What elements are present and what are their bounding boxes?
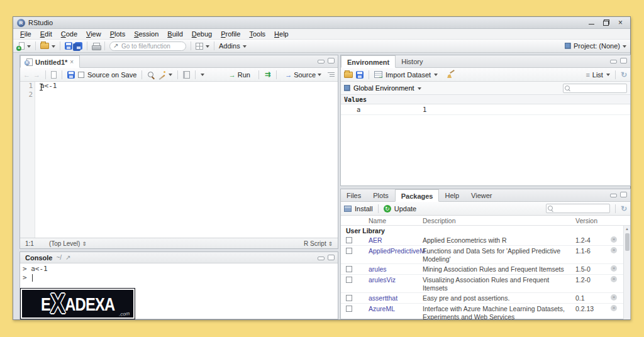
package-name-link[interactable]: assertthat [369, 294, 423, 302]
save-workspace-icon[interactable] [356, 71, 364, 79]
environment-value-row[interactable]: a 1 [341, 104, 630, 115]
packages-search-input[interactable] [546, 204, 610, 213]
update-button[interactable]: Update [394, 205, 416, 213]
packages-panel-tab[interactable]: Help [439, 189, 465, 201]
popout-window-icon[interactable] [51, 71, 57, 79]
remove-package-icon[interactable]: × [611, 247, 617, 253]
menu-item[interactable]: Help [270, 30, 293, 38]
new-file-dropdown-icon[interactable] [27, 45, 31, 50]
menu-item[interactable]: Edit [36, 30, 57, 38]
source-on-save-checkbox[interactable] [78, 72, 84, 78]
menu-item[interactable]: View [82, 30, 106, 38]
package-name-link[interactable]: arulesViz [369, 276, 423, 284]
code-tools-icon[interactable] [158, 71, 165, 79]
package-checkbox[interactable] [346, 277, 352, 283]
run-button[interactable]: → Run [226, 70, 253, 79]
import-dataset-icon[interactable] [374, 71, 382, 78]
list-view-selector[interactable]: List [592, 71, 603, 79]
console-output[interactable]: > a<-1> [20, 263, 338, 284]
console-maximize-icon[interactable] [328, 255, 335, 260]
import-dataset-dropdown-icon[interactable] [434, 74, 438, 78]
goto-directory-icon[interactable]: ↗ [65, 254, 70, 261]
compile-report-icon[interactable] [183, 71, 190, 79]
refresh-packages-icon[interactable]: ↻ [621, 204, 627, 213]
packages-panel-tab[interactable]: Packages [395, 189, 440, 202]
code-editor[interactable]: 1 a<-1 2 [20, 82, 338, 238]
menu-item[interactable]: Profile [216, 30, 245, 38]
rerun-icon[interactable]: ⇉ [265, 70, 270, 79]
package-name-link[interactable]: AzureML [369, 305, 423, 312]
package-checkbox[interactable] [346, 266, 352, 272]
remove-package-icon[interactable]: × [611, 276, 617, 282]
back-icon[interactable]: ← [23, 71, 30, 79]
forward-icon[interactable]: → [33, 71, 40, 79]
scrollbar-thumb[interactable] [625, 233, 630, 251]
menu-item[interactable]: Plots [106, 30, 130, 38]
package-checkbox[interactable] [346, 306, 352, 312]
pane-layout-dropdown-icon[interactable] [206, 45, 209, 50]
source-maximize-icon[interactable] [328, 58, 335, 64]
environment-scope-dropdown-icon[interactable] [418, 87, 421, 92]
environment-scope-selector[interactable]: Global Environment [353, 84, 414, 92]
goto-file-search[interactable]: ↗ [109, 41, 186, 51]
packages-panel-tab[interactable]: Viewer [465, 189, 498, 201]
save-source-icon[interactable] [67, 71, 75, 79]
addins-menu[interactable]: Addins [219, 42, 240, 50]
restore-button[interactable] [603, 19, 609, 26]
console-minimize-icon[interactable] [318, 257, 325, 260]
package-checkbox[interactable] [346, 295, 352, 301]
refresh-environment-icon[interactable]: ↻ [621, 70, 627, 79]
pkg-maximize-icon[interactable] [620, 192, 627, 197]
minimize-button[interactable] [589, 20, 594, 26]
project-selector[interactable]: Project: (None) [565, 42, 626, 50]
save-icon[interactable] [65, 42, 72, 50]
title-bar[interactable]: R RStudio × [13, 17, 630, 29]
package-name-link[interactable]: AER [369, 236, 423, 244]
tab-untitled1[interactable]: Untitled1* × [20, 55, 80, 68]
code-line[interactable]: 2 [20, 91, 338, 99]
close-button[interactable]: × [618, 19, 623, 26]
find-replace-icon[interactable] [147, 71, 155, 79]
package-name-link[interactable]: AppliedPredictiveM.. [369, 247, 423, 255]
environment-tab[interactable]: History [396, 55, 429, 67]
code-line[interactable]: 1 a<-1 [20, 82, 338, 91]
source-button[interactable]: → Source [282, 70, 324, 79]
env-minimize-icon[interactable] [610, 60, 617, 64]
scope-selector[interactable]: (Top Level) ⇕ [49, 240, 87, 247]
menu-item[interactable]: Session [130, 30, 163, 38]
source-minimize-icon[interactable] [318, 60, 325, 64]
close-tab-icon[interactable]: × [70, 58, 74, 65]
package-name-link[interactable]: arules [369, 265, 423, 273]
install-button[interactable]: Install [355, 205, 373, 213]
addins-dropdown-icon[interactable] [243, 45, 247, 50]
environment-tab[interactable]: Environment [341, 55, 396, 68]
remove-package-icon[interactable]: × [611, 265, 617, 272]
file-type-selector[interactable]: R Script ⇕ [304, 240, 333, 247]
environment-search-input[interactable] [563, 84, 627, 93]
new-file-icon[interactable]: + [17, 42, 25, 50]
save-all-icon[interactable] [75, 42, 82, 50]
menu-item[interactable]: Build [163, 30, 187, 38]
remove-package-icon[interactable]: × [611, 236, 617, 243]
menu-item[interactable]: Debug [187, 30, 216, 38]
print-icon[interactable] [92, 43, 100, 50]
scroll-up-icon[interactable]: ▲ [624, 226, 630, 231]
packages-search[interactable] [546, 204, 610, 213]
pkg-minimize-icon[interactable] [610, 194, 617, 197]
packages-panel-tab[interactable]: Files [341, 189, 367, 201]
load-workspace-icon[interactable] [344, 72, 353, 78]
goto-file-input[interactable] [109, 41, 186, 51]
pane-layout-icon[interactable] [196, 43, 203, 50]
remove-package-icon[interactable]: × [611, 305, 617, 311]
code-tools-dropdown-icon[interactable] [169, 74, 172, 78]
more-dropdown-icon[interactable] [201, 74, 204, 78]
packages-panel-tab[interactable]: Plots [367, 189, 394, 201]
list-view-dropdown-icon[interactable] [606, 74, 610, 78]
package-checkbox[interactable] [346, 237, 352, 243]
menu-item[interactable]: Tools [245, 30, 270, 38]
clear-objects-icon[interactable] [447, 70, 455, 79]
menu-item[interactable]: Code [57, 30, 82, 38]
open-recent-dropdown-icon[interactable] [52, 45, 55, 50]
environment-search[interactable] [563, 84, 627, 93]
remove-package-icon[interactable]: × [611, 294, 617, 301]
